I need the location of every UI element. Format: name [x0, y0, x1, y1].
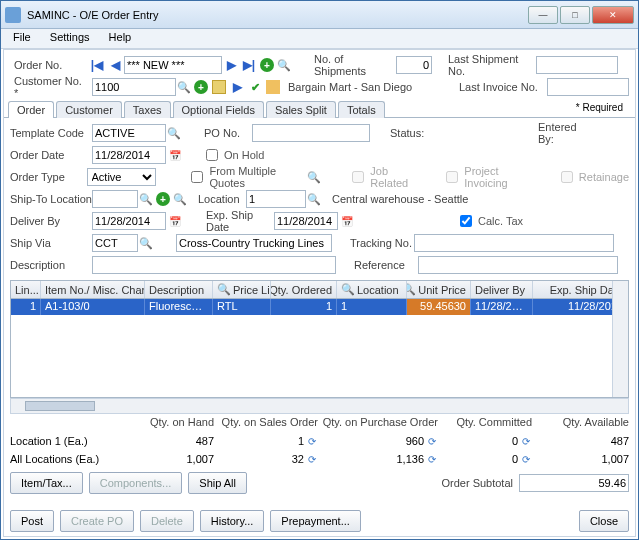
last-shipment-input[interactable]: [536, 56, 618, 74]
prepayment-button[interactable]: Prepayment...: [270, 510, 360, 532]
pricelist-lookup-icon[interactable]: [217, 283, 231, 297]
grid-vscroll[interactable]: [612, 281, 628, 397]
shipments-label: No. of Shipments: [310, 53, 396, 77]
order-no-input[interactable]: [124, 56, 222, 74]
grid-hscroll[interactable]: [10, 398, 629, 414]
tab-totals[interactable]: Totals: [338, 101, 385, 118]
expship-calendar-icon[interactable]: [339, 213, 355, 229]
expship-input[interactable]: [274, 212, 338, 230]
menu-file[interactable]: File: [5, 29, 39, 45]
app-icon: [5, 7, 21, 23]
refresh-icon[interactable]: ⟳: [520, 435, 532, 447]
prev-record-icon[interactable]: ◀: [107, 57, 123, 73]
customer-go-icon[interactable]: ▶: [229, 79, 245, 95]
template-input[interactable]: [92, 124, 166, 142]
orderdate-label: Order Date: [10, 149, 92, 161]
menu-settings[interactable]: Settings: [42, 29, 98, 45]
tabs: Order Customer Taxes Optional Fields Sal…: [4, 100, 635, 118]
loc-lookup-icon[interactable]: [341, 283, 355, 297]
location-name-text: Central warehouse - Seattle: [332, 193, 468, 205]
menu-help[interactable]: Help: [101, 29, 140, 45]
multquotes-lookup-icon[interactable]: [307, 170, 321, 184]
delete-button: Delete: [140, 510, 194, 532]
tracking-input[interactable]: [414, 234, 614, 252]
tab-optional-fields[interactable]: Optional Fields: [173, 101, 264, 118]
template-lookup-icon[interactable]: [167, 126, 181, 140]
menubar: File Settings Help: [1, 29, 638, 49]
multquotes-checkbox[interactable]: From Multiple Quotes: [187, 165, 306, 189]
tab-customer[interactable]: Customer: [56, 101, 122, 118]
history-button[interactable]: History...: [200, 510, 265, 532]
template-label: Template Code: [10, 127, 92, 139]
shipvia-input[interactable]: [92, 234, 138, 252]
shipvia-lookup-icon[interactable]: [139, 236, 153, 250]
qty-loc-label: Location 1 (Ea.): [10, 435, 130, 447]
titlebar: SAMINC - O/E Order Entry — □ ✕: [1, 1, 638, 29]
shipvia-name-input[interactable]: [176, 234, 332, 252]
expship-label: Exp. Ship Date: [202, 209, 274, 233]
tab-sales-split[interactable]: Sales Split: [266, 101, 336, 118]
jobrelated-checkbox: Job Related: [348, 165, 423, 189]
refresh-icon[interactable]: ⟳: [306, 453, 318, 465]
shipments-input[interactable]: [396, 56, 432, 74]
close-window-button[interactable]: ✕: [592, 6, 634, 24]
order-lookup-icon[interactable]: [277, 58, 291, 72]
shipto-lookup-icon[interactable]: [139, 192, 153, 206]
last-invoice-label: Last Invoice No.: [455, 81, 547, 93]
tab-taxes[interactable]: Taxes: [124, 101, 171, 118]
onhold-checkbox[interactable]: On Hold: [202, 146, 264, 164]
required-legend: * Required: [576, 102, 623, 113]
last-record-icon[interactable]: ▶|: [241, 57, 257, 73]
customer-note-icon[interactable]: [211, 79, 227, 95]
location-input[interactable]: [246, 190, 306, 208]
maximize-button[interactable]: □: [560, 6, 590, 24]
ordertype-label: Order Type: [10, 171, 87, 183]
status-label: Status:: [386, 127, 430, 139]
close-button[interactable]: Close: [579, 510, 629, 532]
shipall-button[interactable]: Ship All: [188, 472, 247, 494]
shipto-zoom-icon[interactable]: [173, 192, 187, 206]
orderdate-calendar-icon[interactable]: [167, 147, 183, 163]
shipto-label: Ship-To Location: [10, 193, 92, 205]
refresh-icon[interactable]: ⟳: [306, 435, 318, 447]
new-record-icon[interactable]: +: [259, 57, 275, 73]
next-record-icon[interactable]: ▶: [223, 57, 239, 73]
customer-no-input[interactable]: [92, 78, 176, 96]
shipto-input[interactable]: [92, 190, 138, 208]
itemtax-button[interactable]: Item/Tax...: [10, 472, 83, 494]
post-button[interactable]: Post: [10, 510, 54, 532]
qty-all-label: All Locations (Ea.): [10, 453, 130, 465]
shipto-add-icon[interactable]: +: [155, 191, 171, 207]
refresh-icon[interactable]: ⟳: [520, 453, 532, 465]
customer-check-icon[interactable]: ✔: [247, 79, 263, 95]
customer-lookup-icon[interactable]: [177, 80, 191, 94]
refresh-icon[interactable]: ⟳: [426, 435, 438, 447]
required-star: *: [14, 87, 18, 99]
entered-label: Entered By:: [534, 121, 594, 145]
first-record-icon[interactable]: |◀: [89, 57, 105, 73]
uprice-lookup-icon[interactable]: [407, 283, 416, 297]
po-label: PO No.: [200, 127, 252, 139]
tab-order[interactable]: Order: [8, 101, 54, 118]
qty-po-header: Qty. on Purchase Order: [318, 416, 438, 432]
customer-edit-icon[interactable]: [265, 79, 281, 95]
ordertype-select[interactable]: Active: [87, 168, 156, 186]
calctax-checkbox[interactable]: Calc. Tax: [456, 212, 523, 230]
ref-input[interactable]: [418, 256, 618, 274]
desc-input[interactable]: [92, 256, 336, 274]
refresh-icon[interactable]: ⟳: [426, 453, 438, 465]
deliver-calendar-icon[interactable]: [167, 213, 183, 229]
customer-add-icon[interactable]: +: [193, 79, 209, 95]
subtotal-label: Order Subtotal: [441, 477, 513, 489]
line-items-grid[interactable]: Lin... Item No./ Misc. Charge Descriptio…: [10, 280, 629, 398]
grid-row[interactable]: 1 A1-103/0 Fluorescent Des... RTL 1 1 59…: [11, 299, 628, 315]
minimize-button[interactable]: —: [528, 6, 558, 24]
window-title: SAMINC - O/E Order Entry: [27, 9, 526, 21]
location-lookup-icon[interactable]: [307, 192, 321, 206]
qty-sales-header: Qty. on Sales Order: [214, 416, 318, 432]
projinv-checkbox: Project Invoicing: [442, 165, 538, 189]
deliver-input[interactable]: [92, 212, 166, 230]
last-invoice-input[interactable]: [547, 78, 629, 96]
orderdate-input[interactable]: [92, 146, 166, 164]
po-input[interactable]: [252, 124, 370, 142]
